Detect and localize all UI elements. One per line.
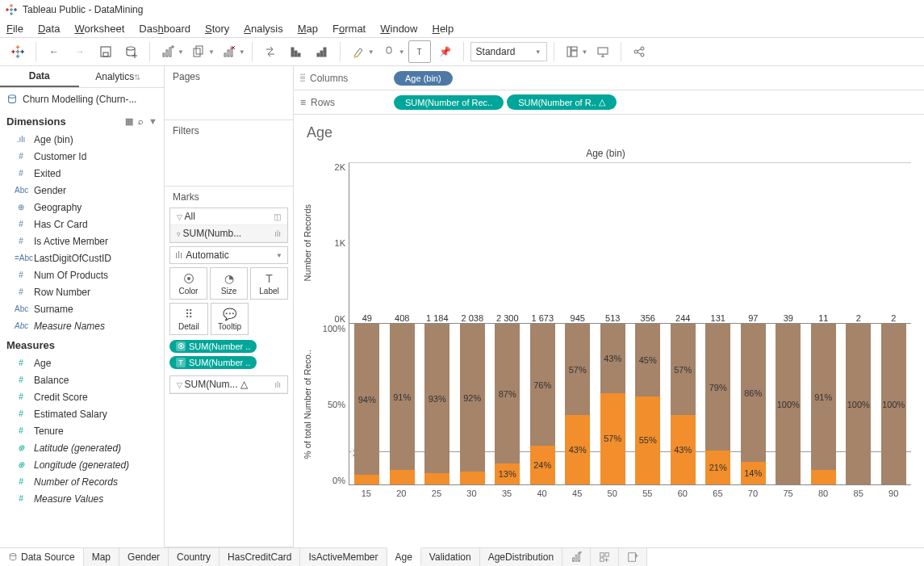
field-age-bin-[interactable]: .ılıAge (bin) [0,131,164,148]
redo-button[interactable]: → [69,40,91,63]
sheet-tab-validation[interactable]: Validation [421,548,480,566]
columns-pill-age[interactable]: Age (bin) [394,71,453,86]
menu-dashboard[interactable]: Dashboard [139,23,190,35]
menu-format[interactable]: Format [332,23,366,35]
datasource-tab[interactable]: Data Source [0,548,84,566]
rows-pill-1[interactable]: SUM(Number of Rec.. [394,95,504,110]
search-icon[interactable]: ⌕ [138,116,144,127]
sheet-tab-agedistribution[interactable]: AgeDistribution [480,548,562,566]
mark-type-select[interactable]: ılıAutomatic▼ [169,246,288,264]
field-lastdigitofcustid[interactable]: =AbcLastDigitOfCustID [0,249,164,266]
sort-desc-button[interactable] [311,40,333,63]
marks-sum2-row[interactable]: ▽ SUM(Num... △ılı [170,376,287,393]
bar-bottom-85[interactable]: 100% [841,324,876,484]
bar-bottom-55[interactable]: 55%45% [630,324,666,484]
label-button[interactable]: TLabel [250,267,288,300]
sheet-tab-map[interactable]: Map [84,548,119,566]
field-age[interactable]: #Age [0,354,164,371]
bar-bottom-25[interactable]: 93% [420,324,455,484]
clear-button[interactable] [218,40,240,63]
sheet-tab-country[interactable]: Country [169,548,220,566]
field-geography[interactable]: ⊕Geography [0,199,164,216]
tableau-icon[interactable] [6,40,29,63]
tooltip-button[interactable]: 💬Tooltip [211,303,249,335]
bar-bottom-60[interactable]: 43%57% [666,324,701,484]
field-surname[interactable]: AbcSurname [0,300,164,317]
new-dashboard-tab[interactable] [591,548,619,566]
sort-asc-button[interactable] [285,40,307,63]
bar-bottom-80[interactable]: 91% [806,324,842,484]
bar-bottom-75[interactable]: 100% [771,324,806,484]
show-cards-button[interactable] [561,40,583,63]
color-button[interactable]: ⦿Color [169,267,207,300]
field-longitude-generated-[interactable]: ⊕Longitude (generated) [0,456,164,473]
undo-button[interactable]: ← [43,40,65,63]
sheet-tab-gender[interactable]: Gender [119,548,169,566]
menu-map[interactable]: Map [298,23,318,35]
view-icon[interactable]: ▦ [125,116,133,127]
field-measure-values[interactable]: #Measure Values [0,490,164,507]
sheet-tab-isactivemember[interactable]: IsActiveMember [300,548,387,566]
menu-window[interactable]: Window [380,23,417,35]
field-is-active-member[interactable]: #Is Active Member [0,233,164,249]
marks-all-row[interactable]: ▽ All◫ [170,208,287,225]
field-gender[interactable]: AbcGender [0,182,164,199]
fit-select[interactable]: Standard▼ [470,42,547,61]
field-credit-score[interactable]: #Credit Score [0,388,164,405]
field-customer-id[interactable]: #Customer Id [0,148,164,165]
datasource-row[interactable]: Churn Modelling (Churn-... [0,88,164,111]
menu-story[interactable]: Story [205,23,229,35]
bar-bottom-45[interactable]: 43%57% [560,324,596,484]
field-num-of-products[interactable]: #Num Of Products [0,266,164,283]
new-worksheet-button[interactable] [157,40,179,63]
bar-bottom-70[interactable]: 14%86% [736,324,771,484]
sheet-tab-age[interactable]: Age [387,547,421,565]
field-exited[interactable]: #Exited [0,165,164,182]
filters-shelf[interactable]: Filters [165,120,293,141]
field-number-of-records[interactable]: #Number of Records [0,473,164,490]
bar-bottom-15[interactable]: 94% [349,324,385,484]
new-story-tab[interactable] [619,548,647,566]
swap-button[interactable] [259,40,282,63]
menu-file[interactable]: File [6,23,23,35]
menu-data[interactable]: Data [38,23,60,35]
duplicate-button[interactable] [187,40,210,63]
bar-bottom-20[interactable]: 91% [385,324,420,484]
menu-caret-icon[interactable]: ▼ [148,116,157,127]
bar-bottom-90[interactable]: 100% [876,324,912,484]
field-estimated-salary[interactable]: #Estimated Salary [0,405,164,422]
bar-bottom-35[interactable]: 13%87% [490,324,525,484]
menu-analysis[interactable]: Analysis [244,23,282,35]
sheet-tab-hascreditcard[interactable]: HasCreditCard [220,548,300,566]
marks-sum1-row[interactable]: ▿ SUM(Numb...ılı [170,225,287,242]
menu-help[interactable]: Help [432,23,454,35]
field-has-cr-card[interactable]: #Has Cr Card [0,216,164,233]
bar-bottom-40[interactable]: 24%76% [525,324,561,484]
rows-pill-2[interactable]: SUM(Number of R.. △ [507,94,617,110]
pin-button[interactable]: 📌 [434,40,457,63]
field-row-number[interactable]: #Row Number [0,283,164,300]
new-datasource-button[interactable] [120,40,143,63]
size-button[interactable]: ◔Size [210,267,248,300]
tab-data[interactable]: Data [0,66,79,87]
presentation-button[interactable] [592,40,614,63]
save-button[interactable] [94,40,117,63]
field-balance[interactable]: #Balance [0,371,164,388]
top-bar-chart[interactable]: 494081 1842 0382 3001 673945513356244131… [349,162,911,324]
marks-pill-color[interactable]: ⦿SUM(Number .. [169,340,257,353]
detail-button[interactable]: ⠿Detail [169,303,208,335]
field-tenure[interactable]: #Tenure [0,422,164,439]
highlight-button[interactable] [347,40,370,63]
pages-shelf[interactable]: Pages [165,66,293,87]
show-labels-button[interactable]: T [408,40,431,63]
new-worksheet-tab[interactable] [562,548,591,566]
tab-analytics[interactable]: Analytics⇅ [79,66,165,87]
bottom-stacked-chart[interactable]: 20% 94%91%93%92%13%87%24%76%43%57%57%43%… [349,324,911,485]
menu-worksheet[interactable]: Worksheet [74,23,124,35]
field-latitude-generated-[interactable]: ⊕Latitude (generated) [0,439,164,456]
viz-title[interactable]: Age [307,124,911,141]
bar-bottom-50[interactable]: 57%43% [596,324,631,484]
group-button[interactable] [378,40,400,63]
marks-pill-label[interactable]: TSUM(Number .. [169,356,257,369]
bar-bottom-30[interactable]: 92% [455,324,491,484]
